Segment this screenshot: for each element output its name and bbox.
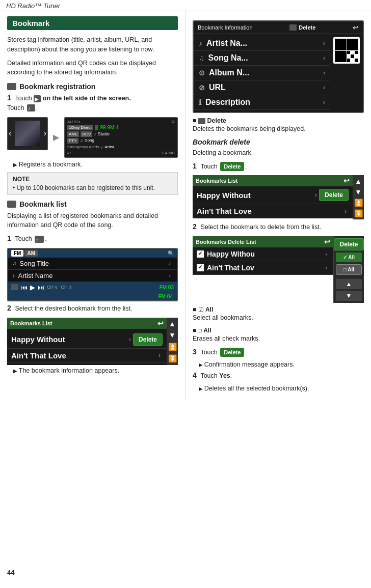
- fm-04-row: FM 04: [8, 293, 177, 300]
- nav-down-2[interactable]: ▼: [354, 187, 363, 198]
- note-text: • Up to 100 bookmarks can be registered …: [13, 184, 172, 191]
- song-title-row: ♫ Song Title ›: [8, 258, 177, 270]
- song-list-rows: ♫ Song Title › ♪ Artist Name ›: [8, 258, 177, 282]
- step-4-delete: 4 Touch Yes.: [193, 371, 364, 381]
- all-unchecked-btn[interactable]: □ All: [336, 264, 362, 275]
- qr-code: [333, 37, 360, 64]
- bookmarks-list-delete-screen: Bookmarks List ↩ Happy Without › Delete …: [193, 175, 364, 219]
- delete-list-item-2[interactable]: Ain't That Love ›: [193, 204, 353, 218]
- all-unchecked-label: □: [198, 327, 202, 334]
- nav-top-btn[interactable]: ⏫: [168, 342, 177, 352]
- checkbox-1[interactable]: [197, 250, 204, 258]
- all-labels: ■ ☑ All Select all bookmarks. ■ □ All Er…: [193, 306, 364, 344]
- step-1-list: 1 Touch ≡ .: [7, 234, 178, 244]
- bookmark-list-icon: [7, 201, 16, 208]
- checkbox-2[interactable]: [197, 264, 204, 271]
- up-btn[interactable]: ▲: [336, 279, 362, 289]
- intro-text-1: Stores tag information (title, artist, a…: [7, 35, 178, 54]
- controls-row: ⏮ ▶ ⏭ CH ∨ CH ∧ FM 03: [8, 282, 177, 293]
- bm-delete-heading: Bookmark delete: [193, 138, 364, 146]
- side-nav-buttons: ▲ ▼ ⏫ ⏬: [167, 318, 178, 365]
- step1-result: Registers a bookmark.: [13, 161, 178, 168]
- page-title: HD Radio™ Tuner: [6, 2, 60, 10]
- delete-list-item-1[interactable]: Happy Without › Delete: [193, 186, 353, 204]
- delete-button-2[interactable]: Delete: [319, 189, 349, 201]
- delete-list-topbar: Bookmarks List ↩: [193, 175, 353, 186]
- bookmark-list-desc: Displaying a list of registered bookmark…: [7, 211, 178, 231]
- arrow-divider: ▶: [51, 117, 61, 158]
- bm-row-artist: ♪ Artist Na... ›: [194, 36, 330, 51]
- nav-top-2[interactable]: ⏫: [354, 198, 363, 208]
- step4-result: Deletes all the selected bookmark(s).: [199, 385, 364, 392]
- side-nav-btns-2: ▲ ▼ ⏫ ⏬: [353, 175, 364, 219]
- delete-btn-label: Delete: [220, 162, 244, 172]
- delete-desc: Deletes the bookmarks being displayed.: [193, 124, 364, 134]
- nav-down-btn[interactable]: ▼: [168, 330, 177, 341]
- note-box: NOTE • Up to 100 bookmarks can be regist…: [7, 172, 178, 195]
- back-btn-2[interactable]: ↩: [343, 177, 350, 185]
- next-btn[interactable]: ⏭: [38, 284, 44, 291]
- bookmarks-list-topbar: Bookmarks List ↩: [7, 318, 167, 329]
- intro-text-2: Detailed information and QR codes can be…: [7, 59, 178, 78]
- delete-desc-area: ■ Delete Deletes the bookmarks being dis…: [193, 117, 364, 134]
- fm-badge-03: FM 03: [160, 285, 174, 290]
- step-2-list: 2 Select the desired bookmark from the l…: [7, 304, 178, 314]
- delete-button[interactable]: Delete: [133, 333, 163, 346]
- step-1-reg: 1 Touch ▶ on the left side of the screen…: [7, 94, 178, 113]
- delete-btn-side[interactable]: Delete: [334, 238, 363, 250]
- check-icon: ✓: [343, 255, 347, 260]
- bookmark-list-heading: Bookmark list: [7, 200, 178, 208]
- bm-delete-desc: Deleting a bookmark.: [193, 148, 364, 158]
- back-btn-3[interactable]: ↩: [324, 238, 330, 246]
- radio-right-screen: AUTO1 ⚙ 10key Direct 99.9MH AME RCV ♪ St…: [64, 117, 178, 158]
- play-btn[interactable]: ▶: [30, 284, 35, 291]
- all-checked-btn[interactable]: ✓ All: [336, 253, 362, 262]
- del-item-1[interactable]: Happy Withou ›: [193, 247, 333, 261]
- bm-delete-btn-area: Delete: [289, 24, 315, 31]
- screen-items: Happy Without › Delete Ain't That Love ›: [7, 329, 167, 365]
- ud-btns: ▲ ▼: [336, 279, 362, 301]
- song-list-topbar: FM AM 🔍: [8, 249, 177, 258]
- bm-info-screen: Bookmark Information Delete ↩ ♪ Artist N…: [193, 20, 364, 113]
- bm-info-topbar: Bookmark Information Delete ↩: [194, 21, 363, 34]
- list-item-1[interactable]: Happy Without › Delete: [7, 331, 167, 349]
- down-btn[interactable]: ▼: [336, 291, 362, 301]
- delete-icon: [289, 24, 297, 31]
- bm-row-album: ⊙ Album N... ›: [194, 66, 330, 80]
- bookmark-heading: Bookmark: [7, 16, 178, 30]
- song-list-screen: FM AM 🔍 ♫ Song Title › ♪ Artist Name: [7, 248, 178, 301]
- note-title: NOTE: [13, 176, 172, 183]
- page-header: HD Radio™ Tuner: [0, 0, 371, 11]
- list-item-2[interactable]: Ain't That Love ›: [7, 349, 167, 363]
- left-arrow: ‹: [9, 129, 11, 138]
- radio-left-screen: ‹ ›: [7, 117, 48, 150]
- bm-row-url: ⊘ URL ›: [194, 80, 330, 95]
- back-icon[interactable]: ↩: [353, 23, 359, 32]
- nav-up-2[interactable]: ▲: [354, 176, 363, 187]
- search-icon-radio: 🔍: [168, 250, 174, 256]
- nav-bottom-btn[interactable]: ⏬: [168, 353, 177, 364]
- nav-bottom-2[interactable]: ⏬: [354, 208, 363, 219]
- menu-icon: [11, 284, 18, 290]
- back-btn[interactable]: ↩: [157, 319, 164, 327]
- all-lbl: All: [205, 306, 213, 313]
- step2-result: The bookmark information appears.: [13, 367, 178, 374]
- fm-tab: FM: [11, 250, 23, 257]
- am-tab: AM: [24, 250, 38, 257]
- bm-info-items: ♪ Artist Na... › ♫ Song Na... › ⊙ Album …: [194, 34, 330, 112]
- del-item-2[interactable]: Ain't That Lov ›: [193, 261, 333, 275]
- delete-list-topbar-2: Bookmarks Delete List ↩: [193, 236, 333, 247]
- delete-btn-3: Delete: [220, 348, 244, 357]
- page-number: 44: [7, 569, 14, 576]
- step-1-delete: 1 Touch Delete.: [193, 162, 364, 172]
- step-2-delete: 2 Select the bookmark to delete from the…: [193, 222, 364, 232]
- qr-code-area: [330, 34, 363, 112]
- prev-btn[interactable]: ⏮: [21, 284, 28, 291]
- bm-row-song: ♫ Song Na... ›: [194, 51, 330, 66]
- step-3-delete: 3 Touch Delete.: [193, 348, 364, 357]
- all-checked-label: ☑: [198, 306, 204, 313]
- fm-am-tabs: FM AM: [11, 250, 38, 257]
- bookmarks-delete-list-screen: Bookmarks Delete List ↩ Happy Withou › A…: [193, 236, 364, 303]
- delete-icon-small: [198, 118, 205, 124]
- nav-up-btn[interactable]: ▲: [168, 319, 177, 329]
